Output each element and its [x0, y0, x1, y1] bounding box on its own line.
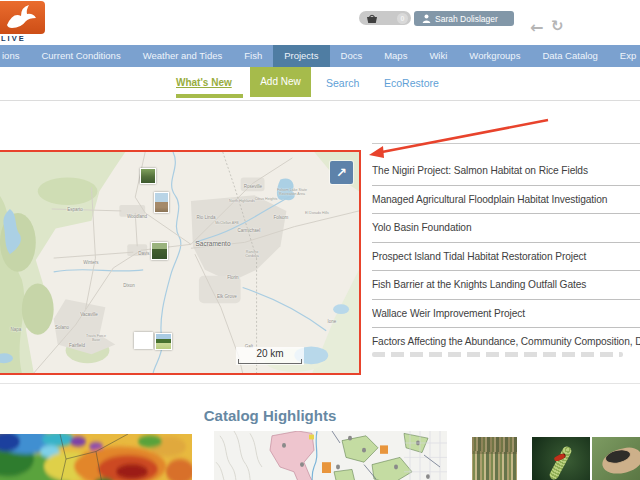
refresh-icon[interactable]: ↻ — [551, 17, 564, 35]
map-marker-layer — [0, 152, 359, 373]
person-icon — [422, 14, 431, 23]
people-group-photo-marker[interactable] — [151, 242, 168, 260]
back-arrow-icon[interactable]: ← — [530, 18, 543, 37]
grassland-photo-thumbnail[interactable] — [472, 437, 517, 480]
hand-holding-sample-photo-thumbnail[interactable] — [592, 437, 640, 480]
scalebar-bracket — [238, 359, 302, 364]
active-tab-indicator — [176, 94, 243, 98]
project-link[interactable]: Wallace Weir Improvement Project — [372, 300, 640, 329]
scalebar-label: 20 km — [236, 347, 304, 359]
project-title: Fish Barrier at the Knights Landing Outf… — [372, 279, 586, 290]
subnav-item-ecorestore[interactable]: EcoRestore — [384, 77, 439, 89]
project-link[interactable]: Factors Affecting the Abundance, Communi… — [372, 328, 640, 370]
nav-item-weather-and-tides[interactable]: Weather and Tides — [132, 45, 234, 67]
nav-item-fish[interactable]: Fish — [233, 45, 273, 67]
trees-photo-marker[interactable] — [140, 168, 156, 184]
nav-item-exp[interactable]: Exp — [609, 45, 640, 67]
subnav: What's New Add New Search EcoRestore — [0, 67, 640, 101]
project-title: Wallace Weir Improvement Project — [372, 308, 525, 319]
cart-count-badge: 0 — [397, 13, 408, 24]
subnav-item-search[interactable]: Search — [326, 77, 359, 89]
nav-item-projects[interactable]: Projects — [273, 45, 329, 67]
landscape-photo-marker[interactable] — [155, 333, 172, 350]
subnav-item-add-new[interactable]: Add New — [250, 67, 311, 97]
project-title: The Nigiri Project: Salmon Habitat on Ri… — [372, 165, 588, 176]
project-link[interactable]: Managed Agricultural Floodplain Habitat … — [372, 186, 640, 215]
site-logo[interactable] — [0, 1, 45, 34]
page: LIVE 0 Sarah Dolislager ← ↻ ionsCurrent … — [0, 0, 640, 480]
truncated-text-line — [372, 352, 623, 357]
building-photo-marker[interactable] — [154, 192, 169, 213]
project-link[interactable]: Fish Barrier at the Knights Landing Outf… — [372, 271, 640, 300]
subnav-item-whats-new[interactable]: What's New — [176, 77, 232, 88]
project-title: Yolo Basin Foundation — [372, 222, 471, 233]
nav-item-data-catalog[interactable]: Data Catalog — [531, 45, 608, 67]
project-list: The Nigiri Project: Salmon Habitat on Ri… — [372, 143, 640, 370]
map-expand-button[interactable]: ↗ — [330, 161, 353, 184]
project-title: Managed Agricultural Floodplain Habitat … — [372, 194, 607, 205]
project-title: Prospect Island Tidal Habitat Restoratio… — [372, 251, 586, 262]
project-link[interactable]: The Nigiri Project: Salmon Habitat on Ri… — [372, 157, 640, 186]
project-map-panel[interactable]: EspartoWoodlandWintersDavisDixonVacavill… — [0, 150, 361, 375]
project-link[interactable]: Prospect Island Tidal Habitat Restoratio… — [372, 243, 640, 272]
geologic-land-use-map-thumbnail[interactable] — [214, 431, 447, 480]
blank-photo-marker[interactable] — [134, 332, 153, 349]
nav-item-maps[interactable]: Maps — [373, 45, 418, 67]
plant-spike — [548, 445, 573, 480]
insect-on-plant-photo-thumbnail[interactable] — [532, 437, 590, 480]
nav-item-workgroups[interactable]: Workgroups — [458, 45, 531, 67]
nav-item-docs[interactable]: Docs — [330, 45, 374, 67]
project-title: Factors Affecting the Abundance, Communi… — [372, 336, 640, 347]
nav-item-wiki[interactable]: Wiki — [418, 45, 458, 67]
basket-icon — [366, 13, 378, 24]
user-name: Sarah Dolislager — [435, 14, 498, 24]
cart-button[interactable]: 0 — [359, 11, 411, 25]
gull-bird-logo-icon — [0, 1, 45, 34]
header: LIVE 0 Sarah Dolislager ← ↻ — [0, 0, 640, 45]
section-divider — [0, 383, 640, 384]
nav-item-ions[interactable]: ions — [0, 45, 30, 67]
precipitation-radar-map-thumbnail[interactable] — [0, 434, 192, 480]
catalog-highlights-title: Catalog Highlights — [0, 407, 540, 424]
map-scalebar: 20 km — [236, 347, 304, 365]
user-menu-button[interactable]: Sarah Dolislager — [414, 11, 514, 26]
nav-item-current-conditions[interactable]: Current Conditions — [30, 45, 131, 67]
project-link[interactable]: Yolo Basin Foundation — [372, 214, 640, 243]
brand-text: LIVE — [1, 34, 26, 43]
main-nav: ionsCurrent ConditionsWeather and TidesF… — [0, 45, 640, 67]
